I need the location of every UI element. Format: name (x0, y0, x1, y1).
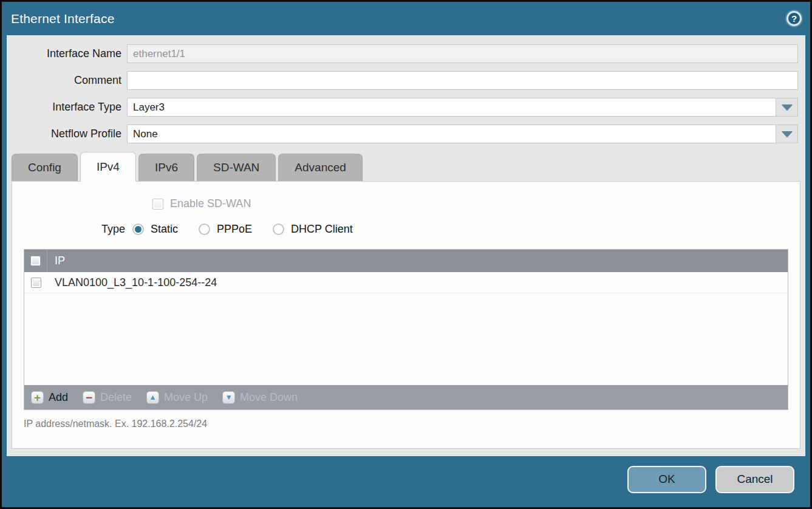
chevron-down-icon (782, 131, 793, 137)
radio-static[interactable]: Static (132, 223, 178, 236)
radio-pppoe-label: PPPoE (217, 223, 252, 236)
select-all-cell (24, 250, 47, 272)
tab-config[interactable]: Config (12, 154, 78, 181)
enable-sdwan-row: Enable SD-WAN (152, 197, 800, 210)
ip-format-hint: IP address/netmask. Ex. 192.168.2.254/24 (24, 418, 788, 429)
tab-ipv6[interactable]: IPv6 (138, 154, 194, 181)
interface-name-field (127, 44, 798, 63)
ip-column-header: IP (47, 254, 65, 267)
delete-button-label: Delete (100, 391, 132, 404)
help-icon[interactable]: ? (786, 11, 802, 26)
interface-type-input[interactable] (128, 98, 776, 116)
tab-sdwan[interactable]: SD-WAN (197, 154, 276, 181)
dialog-body: Interface Name Comment Interface Type (7, 35, 805, 456)
minus-icon: − (83, 391, 95, 404)
radio-static-label: Static (151, 223, 178, 236)
ethernet-interface-dialog: Ethernet Interface ? Interface Name Comm… (0, 0, 812, 509)
select-all-checkbox[interactable] (30, 256, 41, 266)
delete-button[interactable]: − Delete (83, 391, 132, 404)
radio-dhcp-client[interactable]: DHCP Client (273, 223, 353, 236)
netflow-profile-field (127, 125, 798, 143)
netflow-profile-label: Netflow Profile (7, 128, 127, 140)
radio-static-control[interactable] (132, 224, 144, 235)
radio-dhcp-label: DHCP Client (291, 223, 353, 236)
row-checkbox-cell (24, 278, 47, 288)
add-button-label: Add (49, 391, 68, 404)
radio-pppoe[interactable]: PPPoE (199, 223, 252, 236)
ip-cell-value: VLAN0100_L3_10-1-100-254--24 (47, 276, 217, 289)
row-checkbox[interactable] (31, 278, 41, 288)
arrow-down-icon: ▼ (222, 391, 235, 404)
title-bar: Ethernet Interface ? (2, 2, 810, 35)
type-row: Type Static PPPoE DHCP Client (12, 223, 800, 236)
tab-ipv4[interactable]: IPv4 (80, 152, 136, 182)
chevron-down-icon (782, 104, 793, 111)
radio-pppoe-control[interactable] (199, 224, 210, 235)
enable-sdwan-label: Enable SD-WAN (170, 197, 251, 210)
interface-type-label: Interface Type (7, 101, 127, 114)
interface-type-row: Interface Type (7, 98, 798, 117)
interface-name-label: Interface Name (7, 47, 127, 60)
cancel-button[interactable]: Cancel (715, 466, 794, 493)
interface-type-field (127, 98, 798, 117)
interface-type-dropdown-button[interactable] (776, 98, 797, 116)
ip-table: IP VLAN0100_L3_10-1-100-254--24 + Add − (24, 249, 788, 410)
comment-row: Comment (7, 71, 798, 90)
add-button[interactable]: + Add (31, 391, 68, 404)
move-up-button-label: Move Up (164, 391, 208, 404)
interface-name-input (128, 45, 797, 63)
interface-name-row: Interface Name (7, 44, 798, 63)
tab-advanced[interactable]: Advanced (278, 154, 363, 181)
ip-table-header: IP (24, 250, 788, 272)
comment-input[interactable] (128, 72, 797, 89)
table-empty-area (24, 293, 788, 385)
move-down-button-label: Move Down (240, 391, 298, 404)
comment-field (127, 71, 798, 90)
enable-sdwan-checkbox (152, 199, 163, 210)
plus-icon: + (31, 391, 44, 404)
table-row[interactable]: VLAN0100_L3_10-1-100-254--24 (24, 272, 788, 293)
table-toolbar: + Add − Delete ▲ Move Up ▼ Move Down (24, 385, 788, 409)
dialog-footer: OK Cancel (2, 456, 810, 507)
radio-dhcp-control[interactable] (273, 224, 284, 235)
netflow-profile-input[interactable] (128, 125, 776, 143)
move-down-button[interactable]: ▼ Move Down (222, 391, 298, 404)
tab-strip: Config IPv4 IPv6 SD-WAN Advanced (7, 151, 805, 181)
move-up-button[interactable]: ▲ Move Up (146, 391, 208, 404)
type-label: Type (12, 223, 132, 236)
netflow-profile-row: Netflow Profile (7, 125, 798, 143)
comment-label: Comment (7, 74, 127, 87)
arrow-up-icon: ▲ (146, 391, 159, 404)
ipv4-tab-panel: Enable SD-WAN Type Static PPPoE DHCP Cli… (12, 181, 800, 449)
netflow-profile-dropdown-button[interactable] (776, 125, 797, 143)
dialog-title: Ethernet Interface (11, 12, 115, 26)
ok-button[interactable]: OK (627, 466, 706, 493)
radio-dot (135, 226, 142, 233)
